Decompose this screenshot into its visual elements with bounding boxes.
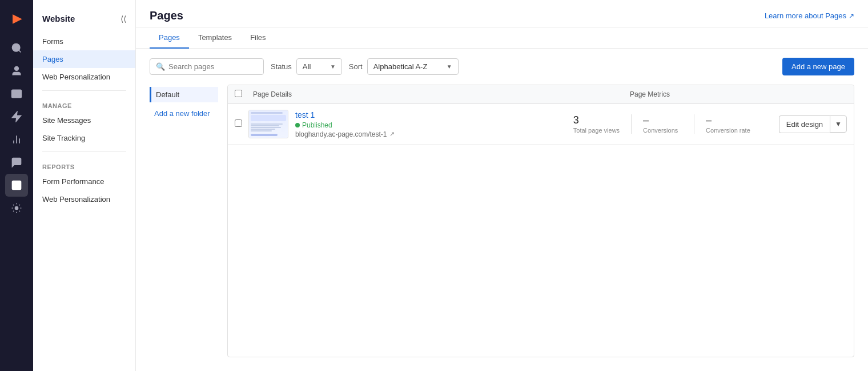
sort-filter-group: Sort Alphabetical A-Z ▼ xyxy=(349,58,459,75)
toolbar: 🔍 Status All ▼ Sort Alphabetical A-Z ▼ A… xyxy=(136,49,868,85)
sort-select[interactable]: Alphabetical A-Z ▼ xyxy=(367,58,459,75)
svg-point-10 xyxy=(15,207,18,210)
chat-nav-icon[interactable] xyxy=(5,151,28,174)
table-row: test 1 Published bloghandy.ac-page.com/t… xyxy=(228,104,854,145)
tabs: Pages Templates Files xyxy=(136,27,868,49)
icon-bar: ▶ xyxy=(0,0,33,371)
logo-icon[interactable]: ▶ xyxy=(5,7,28,30)
status-label: Status xyxy=(271,62,292,71)
manage-section-label: MANAGE xyxy=(33,95,135,111)
edit-design-button[interactable]: Edit design xyxy=(779,115,830,133)
page-status: Published xyxy=(295,121,562,129)
sidebar-collapse-btn[interactable]: ⟨⟨ xyxy=(120,14,126,23)
folder-item-default[interactable]: Default xyxy=(150,87,218,102)
col-page-metrics: Page Metrics xyxy=(630,90,847,98)
conversions-label: Conversions xyxy=(643,127,678,134)
status-filter-group: Status All ▼ xyxy=(271,58,342,75)
search-icon: 🔍 xyxy=(156,62,165,71)
select-all-checkbox[interactable] xyxy=(235,90,242,97)
search-nav-icon[interactable] xyxy=(5,37,28,59)
external-link-icon: ↗ xyxy=(849,12,854,20)
svg-rect-7 xyxy=(13,181,21,190)
header-checkbox-cell xyxy=(235,90,248,99)
metric-conversion-rate: – Conversion rate xyxy=(694,114,762,134)
add-new-page-button[interactable]: Add a new page xyxy=(782,58,854,75)
pages-nav-icon[interactable] xyxy=(5,174,28,197)
svg-line-1 xyxy=(19,50,21,53)
svg-point-2 xyxy=(15,67,19,71)
conversions-value: – xyxy=(643,114,649,126)
analytics-nav-icon[interactable] xyxy=(5,128,28,151)
sidebar-title: Website xyxy=(42,14,75,23)
metric-total-views: 3 Total page views xyxy=(562,114,631,134)
icon-bar-top: ▶ xyxy=(5,7,28,220)
total-views-value: 3 xyxy=(573,114,579,126)
metrics-area: 3 Total page views – Conversions – Conve… xyxy=(562,114,779,134)
page-url: bloghandy.ac-page.com/test-1 ↗ xyxy=(295,130,562,138)
page-info: test 1 Published bloghandy.ac-page.com/t… xyxy=(295,110,562,138)
total-views-label: Total page views xyxy=(573,127,620,134)
add-folder-link[interactable]: Add a new folder xyxy=(150,105,218,122)
sort-label: Sort xyxy=(349,62,363,71)
sidebar: Website ⟨⟨ Forms Pages Web Personalizati… xyxy=(33,0,136,371)
svg-marker-3 xyxy=(13,112,21,122)
tab-templates[interactable]: Templates xyxy=(189,27,241,49)
row-checkbox-cell xyxy=(235,119,248,129)
main-content: Pages Learn more about Pages ↗ Pages Tem… xyxy=(136,0,868,371)
status-select[interactable]: All ▼ xyxy=(296,58,342,75)
search-input[interactable] xyxy=(168,62,264,71)
learn-more-link[interactable]: Learn more about Pages ↗ xyxy=(765,11,854,20)
status-dot xyxy=(295,123,300,127)
sidebar-header: Website ⟨⟨ xyxy=(33,9,135,33)
workflow-nav-icon[interactable] xyxy=(5,105,28,128)
conversion-rate-value: – xyxy=(706,114,712,126)
row-checkbox[interactable] xyxy=(235,119,242,127)
conversion-rate-label: Conversion rate xyxy=(706,127,750,134)
contacts-nav-icon[interactable] xyxy=(5,59,28,82)
pages-table: Page Details Page Metrics xyxy=(227,85,854,357)
sidebar-divider-1 xyxy=(42,90,126,91)
status-value: All xyxy=(303,62,311,71)
reports-section-label: REPORTS xyxy=(33,157,135,173)
email-nav-icon[interactable] xyxy=(5,82,28,105)
col-page-details: Page Details xyxy=(248,90,630,98)
table-header: Page Details Page Metrics xyxy=(228,85,854,104)
status-label: Published xyxy=(302,121,332,129)
content-area: Default Add a new folder Page Details Pa… xyxy=(136,85,868,371)
status-chevron-icon: ▼ xyxy=(330,63,336,70)
metric-conversions: – Conversions xyxy=(631,114,694,134)
tab-files[interactable]: Files xyxy=(241,27,275,49)
edit-design-dropdown-button[interactable]: ▼ xyxy=(830,115,847,133)
sidebar-item-pages[interactable]: Pages xyxy=(33,50,135,68)
sidebar-item-web-personalization-report[interactable]: Web Personalization xyxy=(33,190,135,208)
sidebar-item-web-personalization[interactable]: Web Personalization xyxy=(33,68,135,86)
page-thumbnail xyxy=(248,110,288,138)
sidebar-item-form-performance[interactable]: Form Performance xyxy=(33,173,135,190)
page-title: Pages xyxy=(150,9,183,22)
sidebar-divider-2 xyxy=(42,151,126,152)
search-box[interactable]: 🔍 xyxy=(150,58,264,75)
edit-design-group: Edit design ▼ xyxy=(779,115,847,133)
main-header: Pages Learn more about Pages ↗ xyxy=(136,0,868,27)
settings-nav-icon[interactable] xyxy=(5,197,28,220)
folder-panel: Default Add a new folder xyxy=(150,85,218,357)
svg-point-0 xyxy=(13,44,20,51)
sidebar-item-site-messages[interactable]: Site Messages xyxy=(33,111,135,129)
sidebar-item-site-tracking[interactable]: Site Tracking xyxy=(33,129,135,147)
sidebar-item-forms[interactable]: Forms xyxy=(33,33,135,50)
page-url-external-icon[interactable]: ↗ xyxy=(389,130,395,138)
sort-value: Alphabetical A-Z xyxy=(373,62,428,71)
tab-pages[interactable]: Pages xyxy=(150,27,189,49)
page-url-text: bloghandy.ac-page.com/test-1 xyxy=(295,130,387,138)
page-name[interactable]: test 1 xyxy=(295,110,562,119)
sort-chevron-icon: ▼ xyxy=(447,63,452,70)
